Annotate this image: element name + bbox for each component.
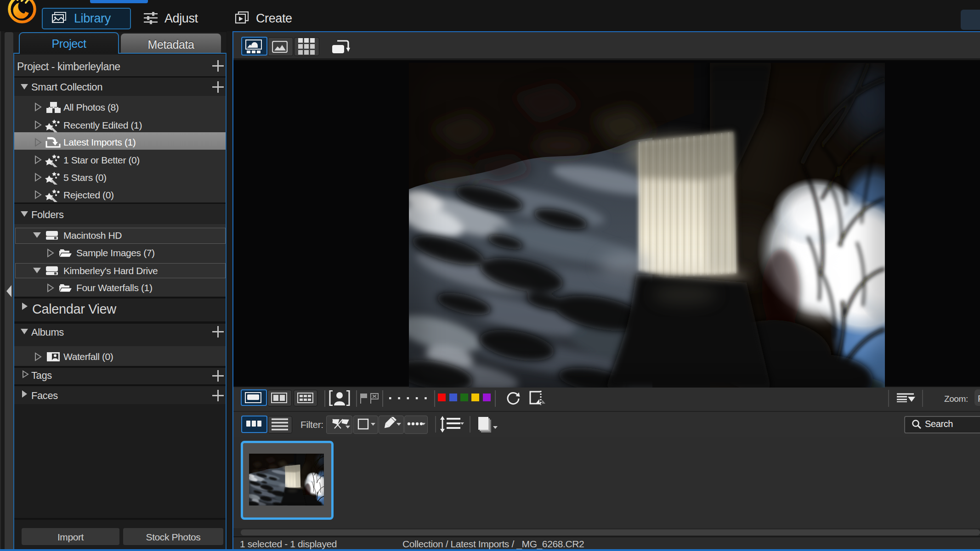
svg-text:Kimberley's Hard Drive: Kimberley's Hard Drive: [63, 265, 158, 276]
svg-text:All Photos (8): All Photos (8): [63, 102, 119, 112]
svg-text:Four Waterfalls (1): Four Waterfalls (1): [76, 282, 153, 293]
svg-text:1 Star or Better (0): 1 Star or Better (0): [63, 155, 140, 165]
svg-text:Latest Imports (1): Latest Imports (1): [63, 137, 136, 147]
svg-text:Rejected (0): Rejected (0): [63, 190, 114, 200]
svg-text:Waterfall (0): Waterfall (0): [63, 351, 113, 362]
svg-text:Recently Edited (1): Recently Edited (1): [63, 120, 142, 130]
svg-text:Sample Images (7): Sample Images (7): [76, 247, 155, 258]
svg-text:Macintosh HD: Macintosh HD: [63, 230, 122, 241]
svg-text:5 Stars (0): 5 Stars (0): [63, 172, 107, 183]
